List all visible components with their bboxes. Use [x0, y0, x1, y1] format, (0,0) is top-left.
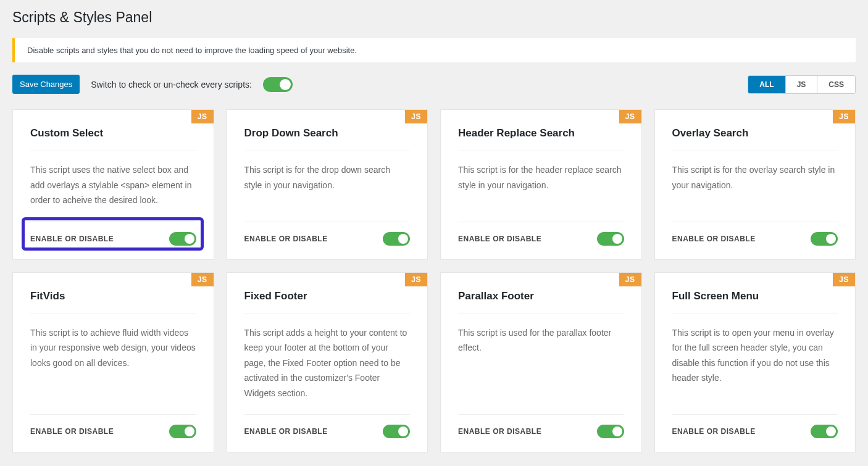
enable-disable-label: ENABLE OR DISABLE: [30, 427, 114, 436]
script-type-badge: JS: [191, 110, 214, 123]
filter-tabs: ALL JS CSS: [748, 75, 856, 94]
script-card-footer: ENABLE OR DISABLE: [458, 222, 624, 246]
filter-tab-css[interactable]: CSS: [817, 76, 855, 93]
cards-grid: JSCustom SelectThis script uses the nati…: [12, 109, 856, 452]
script-card-title: FitVids: [30, 290, 196, 314]
switch-all-toggle[interactable]: [263, 77, 293, 92]
script-card: JSParallax FooterThis script is used for…: [440, 272, 642, 453]
enable-disable-toggle[interactable]: [169, 425, 196, 438]
filter-tab-js[interactable]: JS: [786, 76, 818, 93]
script-card-title: Overlay Search: [672, 127, 838, 151]
script-card-footer: ENABLE OR DISABLE: [244, 414, 411, 438]
script-card-title: Fixed Footer: [244, 290, 411, 314]
enable-disable-toggle[interactable]: [169, 232, 196, 246]
enable-disable-toggle[interactable]: [811, 232, 838, 246]
filter-tab-all[interactable]: ALL: [748, 76, 785, 93]
enable-disable-toggle[interactable]: [383, 425, 410, 438]
toolbar-left: Save Changes Switch to check or un-check…: [12, 75, 293, 94]
script-type-badge: JS: [619, 110, 641, 123]
script-card-description: This script uses the native select box a…: [30, 162, 196, 208]
script-card-description: This script is for the drop down search …: [244, 162, 411, 208]
enable-disable-toggle[interactable]: [811, 425, 838, 438]
script-card-description: This script is used for the parallax foo…: [458, 325, 624, 401]
script-card-title: Drop Down Search: [244, 127, 411, 151]
script-card-footer: ENABLE OR DISABLE: [30, 222, 196, 246]
script-type-badge: JS: [833, 273, 855, 286]
script-card-title: Header Replace Search: [458, 127, 624, 151]
script-card-description: This script is for the overlay search st…: [672, 162, 838, 208]
page-title: Scripts & Styles Panel: [12, 9, 856, 26]
script-card-title: Full Screen Menu: [672, 290, 838, 314]
enable-disable-label: ENABLE OR DISABLE: [672, 235, 756, 243]
script-card-description: This script is for the header replace se…: [458, 162, 624, 208]
script-card-footer: ENABLE OR DISABLE: [30, 414, 196, 438]
script-type-badge: JS: [191, 273, 214, 286]
toolbar: Save Changes Switch to check or un-check…: [12, 75, 856, 94]
script-card-description: This script adds a height to your conten…: [244, 325, 411, 401]
enable-disable-toggle[interactable]: [597, 425, 624, 438]
script-card: JSHeader Replace SearchThis script is fo…: [440, 109, 642, 260]
script-card-description: This script is to open your menu in over…: [672, 325, 838, 401]
enable-disable-label: ENABLE OR DISABLE: [30, 235, 114, 243]
enable-disable-label: ENABLE OR DISABLE: [244, 235, 328, 243]
enable-disable-label: ENABLE OR DISABLE: [672, 427, 756, 436]
script-type-badge: JS: [405, 110, 427, 123]
script-card-footer: ENABLE OR DISABLE: [244, 222, 411, 246]
script-card: JSCustom SelectThis script uses the nati…: [12, 109, 214, 260]
enable-disable-label: ENABLE OR DISABLE: [244, 427, 328, 436]
script-card: JSOverlay SearchThis script is for the o…: [654, 109, 856, 260]
script-card-description: This script is to achieve fluid width vi…: [30, 325, 196, 401]
script-type-badge: JS: [405, 273, 427, 286]
script-card: JSFixed FooterThis script adds a height …: [227, 272, 428, 453]
notice: Disable scripts and styles that you do n…: [12, 38, 856, 62]
script-card-footer: ENABLE OR DISABLE: [458, 414, 624, 438]
script-card-title: Custom Select: [30, 127, 196, 151]
script-card-footer: ENABLE OR DISABLE: [672, 414, 838, 438]
script-card-footer: ENABLE OR DISABLE: [672, 222, 838, 246]
enable-disable-toggle[interactable]: [383, 232, 410, 246]
enable-disable-label: ENABLE OR DISABLE: [458, 427, 541, 436]
script-card: JSDrop Down SearchThis script is for the…: [227, 109, 428, 260]
script-type-badge: JS: [833, 110, 855, 123]
script-type-badge: JS: [619, 273, 641, 286]
save-button[interactable]: Save Changes: [12, 75, 80, 94]
enable-disable-toggle[interactable]: [597, 232, 624, 246]
script-card-title: Parallax Footer: [458, 290, 624, 314]
script-card: JSFitVidsThis script is to achieve fluid…: [12, 272, 214, 453]
script-card: JSFull Screen MenuThis script is to open…: [654, 272, 856, 453]
switch-all-label: Switch to check or un-check every script…: [91, 80, 252, 89]
enable-disable-label: ENABLE OR DISABLE: [458, 235, 541, 243]
